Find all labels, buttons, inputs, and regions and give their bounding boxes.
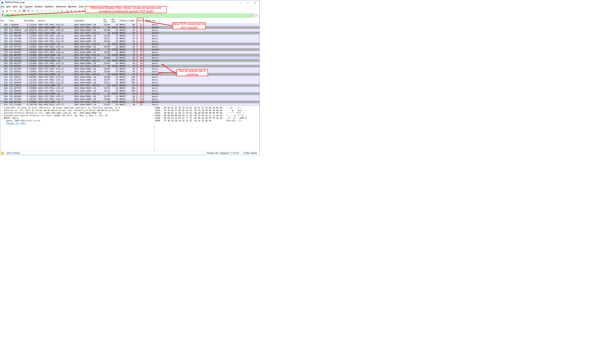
column-header[interactable]: Dst Port (111, 18, 119, 23)
tree-node[interactable]: ⌄ WHOIS: Query (1, 117, 153, 119)
colorize-icon[interactable]: ▤ (65, 9, 69, 13)
go-forward-icon[interactable]: ⇨ (44, 9, 48, 13)
packet-row[interactable]: 383125.0837670.1034862001:48a8:6880::182… (0, 54, 259, 56)
display-filter-input[interactable] (4, 14, 252, 17)
tree-node[interactable]: › Ethernet II, Src: Dell_4c:11:9e (d4:be… (1, 109, 153, 112)
reload-icon[interactable]: ⟳ (30, 9, 34, 13)
go-back-icon[interactable]: ⇦ (40, 9, 44, 13)
zoom-out-icon[interactable]: ⊖ (74, 9, 77, 13)
toolbar: ◢ ■ ↻ ⚙ 📂 💾 ✖ ⟳ 🔍 ⇦ ⇨ ⇪ ⤒ ⤓ ⇊ ▤ ⊕ ⊖ ⊜ ↹ (0, 9, 259, 13)
menu-edit[interactable]: Edit (7, 5, 11, 8)
save-file-icon[interactable]: 💾 (22, 9, 26, 13)
jump-to-icon[interactable]: ⇪ (48, 9, 52, 13)
status-protocol: whois: Protocol (6, 152, 204, 154)
packet-row[interactable]: 467130.3456425.2618752001:470:765b::b15:… (0, 56, 259, 59)
column-header[interactable]: Info (151, 18, 259, 23)
packet-row[interactable]: 560132.2028480.1033492001:48a8:6880::182… (0, 92, 259, 95)
packet-row[interactable]: 569132.3091890.1063412001:470:765b::b15:… (0, 95, 259, 98)
menu-statistics[interactable]: Statistics (45, 5, 54, 8)
menu-tools[interactable]: Tools (79, 5, 84, 8)
restart-capture-icon[interactable]: ↻ (9, 9, 13, 13)
minimize-button[interactable]: — (237, 0, 244, 4)
packet-list-header[interactable]: No.TimeTime DeltaSourceDestinationSrc Po… (0, 18, 259, 23)
packet-row[interactable]: 330124.2371080.2514202001:470:765b::b15:… (0, 37, 259, 40)
packet-row[interactable]: 515131.2391210.1063622001:470:765b::b15:… (0, 76, 259, 78)
zoom-in-icon[interactable]: ⊕ (69, 9, 73, 13)
filter-clear-button[interactable]: ✕ (252, 14, 255, 17)
close-file-icon[interactable]: ✖ (26, 9, 30, 13)
menubar: FileEditViewGoCaptureAnalyzeStatisticsTe… (0, 5, 259, 9)
packet-row[interactable]: 504131.1327590.1043452001:48a8:6880::182… (0, 73, 259, 76)
zoom-reset-icon[interactable]: ⊜ (78, 9, 81, 13)
menu-telephony[interactable]: Telephony (56, 5, 66, 8)
close-button[interactable]: ✕ (252, 0, 259, 4)
tree-node[interactable]: [Answer In: 470] (1, 122, 153, 125)
packet-row[interactable]: 592133.1187860.3017342001:470:765b::b15:… (0, 103, 259, 105)
filter-bar: ✕ → ▾ + (0, 13, 259, 18)
filter-history-button[interactable]: ▾ (1, 14, 4, 17)
find-packet-icon[interactable]: 🔍 (36, 9, 39, 13)
packet-row[interactable]: 501131.0284140.2169712001:470:765b::b15:… (0, 70, 259, 73)
packet-row[interactable]: 479130.5811970.1310892001:470:765b::b15:… (0, 62, 259, 65)
statusbar: whois: Protocol Packets: 845 · Displayed… (0, 151, 259, 155)
packet-row[interactable]: 298123.766670120.9895102001:470:765b::b1… (0, 29, 259, 32)
packet-row[interactable]: 491130.8114430.1266022001:470:765b::b15:… (0, 67, 259, 70)
packet-row[interactable]: 580132.7119560.4027672001:470:765b::b15:… (0, 98, 259, 101)
tree-node[interactable]: › Internet Protocol Version 6, Src: 2001… (1, 112, 153, 114)
go-last-icon[interactable]: ⤓ (56, 9, 60, 13)
packet-row[interactable]: 363124.7674720.1239552001:470:765b::b15:… (0, 45, 259, 48)
packet-row[interactable]: 525131.4512700.2121492001:470:765b::b15:… (0, 78, 259, 81)
resize-columns-icon[interactable]: ↹ (82, 9, 85, 13)
packet-row[interactable]: 2452.6665410.1131162001:470:765b::b15:22… (0, 23, 259, 26)
expert-info-icon[interactable] (1, 152, 4, 154)
column-header[interactable]: Time Delta (23, 18, 38, 23)
tree-node[interactable]: Query: 2001:470:0:227::1\r\n (1, 119, 153, 122)
menu-file[interactable]: File (1, 5, 4, 8)
capture-options-icon[interactable]: ⚙ (13, 9, 17, 13)
menu-view[interactable]: View (13, 5, 17, 8)
packet-row[interactable]: 349124.6435170.1652492001:48a8:6880::182… (0, 43, 259, 45)
packet-row[interactable]: 346124.4782680.2411602001:470:765b::b15:… (0, 40, 259, 43)
app-window: WHOIS-FINAL.pcap — ☐ ✕ FileEditViewGoCap… (0, 0, 259, 155)
packet-row[interactable]: 314123.9856880.1159242001:470:765b::b15:… (0, 34, 259, 37)
packet-row[interactable]: 301123.8697640.1030942001:48a8:6880::182… (0, 32, 259, 34)
column-header[interactable]: Destination (73, 18, 103, 23)
packet-row[interactable]: 482130.6848410.1036442001:48a8:6880::182… (0, 65, 259, 67)
stop-capture-icon[interactable]: ■ (5, 9, 9, 13)
packet-row[interactable]: 366124.8733850.1059132001:48a8:6880::182… (0, 48, 259, 51)
packet-details-pane[interactable]: › Frame 467: 93 bytes on wire (744 bits)… (0, 106, 154, 151)
autoscroll-icon[interactable]: ⇊ (60, 9, 64, 13)
tree-node[interactable]: › Transmission Control Protocol, Src Por… (1, 114, 153, 117)
packet-row[interactable]: 538131.7798720.1110922001:48a8:6880::182… (0, 84, 259, 87)
menu-capture[interactable]: Capture (25, 5, 33, 8)
column-header[interactable]: No. (0, 18, 8, 23)
packet-row[interactable]: 546131.8879520.1080802001:470:765b::b15:… (0, 87, 259, 90)
packet-row[interactable]: 535131.6687800.2175102001:470:765b::b15:… (0, 81, 259, 84)
maximize-button[interactable]: ☐ (245, 0, 251, 4)
column-header[interactable]: TCP.Str (136, 18, 143, 23)
column-header[interactable]: UDP.Str (143, 18, 151, 23)
open-file-icon[interactable]: 📂 (18, 9, 22, 13)
menu-analyze[interactable]: Analyze (35, 5, 43, 8)
packet-row[interactable]: 583132.8170520.1050962001:48a8:6880::182… (0, 101, 259, 103)
packet-row[interactable]: 379124.9802810.1068962001:470:765b::b15:… (0, 51, 259, 54)
packet-bytes-pane[interactable]: 0000 00 86 9c e7 55 14 d4 be d9 4c 11 9e… (155, 106, 259, 151)
tree-node[interactable]: › Frame 467: 93 bytes on wire (744 bits)… (1, 107, 153, 109)
status-profile[interactable]: Profile: Default (242, 151, 258, 155)
menu-help[interactable]: Help (86, 5, 91, 8)
packet-row[interactable]: 557132.0994990.2115472001:470:765b::b15:… (0, 90, 259, 92)
column-header[interactable]: Protocol (119, 18, 128, 23)
column-header[interactable]: Time (8, 18, 23, 23)
menu-go[interactable]: Go (20, 5, 23, 8)
column-header[interactable]: Src Port (103, 18, 111, 23)
menu-wireless[interactable]: Wireless (68, 5, 77, 8)
packet-list-pane[interactable]: No.TimeTime DeltaSourceDestinationSrc Po… (0, 18, 259, 105)
filter-add-button[interactable]: + (256, 14, 259, 17)
start-capture-icon[interactable]: ◢ (1, 9, 5, 13)
go-first-icon[interactable]: ⤒ (52, 9, 56, 13)
column-header[interactable]: Length (128, 18, 136, 23)
column-header[interactable]: Source (38, 18, 73, 23)
packet-row[interactable]: 470130.4501080.1044662001:48a8:6880::182… (0, 59, 259, 62)
titlebar: WHOIS-FINAL.pcap — ☐ ✕ (0, 0, 259, 5)
packet-row[interactable]: 2512.7771600.1106192001:48a8:6880::18200… (0, 26, 259, 29)
